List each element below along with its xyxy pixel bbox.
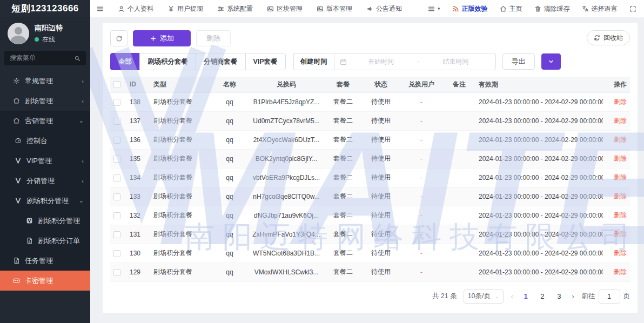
- topbar-menu-item[interactable]: 用户提现: [167, 4, 203, 14]
- goto-page-input[interactable]: [599, 290, 620, 304]
- more-actions-button[interactable]: [541, 53, 561, 70]
- tab-distributor-plan[interactable]: 分销商套餐: [196, 53, 246, 70]
- row-checkbox[interactable]: [113, 193, 120, 200]
- cell-user: -: [400, 111, 443, 130]
- calendar-icon: [340, 58, 347, 65]
- clear-cache-button[interactable]: 清除缓存: [534, 4, 570, 14]
- user-avatar[interactable]: [8, 23, 29, 44]
- next-page-button[interactable]: ›: [571, 293, 575, 300]
- page-number-1[interactable]: 1: [521, 293, 531, 300]
- cell-validity: 2024-01-23 00:00:00 - 2024-02-29 00:00:0…: [475, 244, 603, 263]
- refresh-button[interactable]: [110, 30, 128, 46]
- row-checkbox[interactable]: [113, 231, 120, 238]
- delete-row-link[interactable]: 删除: [614, 154, 627, 162]
- app-logo: 短剧123123666: [0, 0, 90, 17]
- export-button[interactable]: 导出: [502, 53, 535, 70]
- sidebar-item-console[interactable]: 控制台: [0, 131, 90, 151]
- date-range-input[interactable]: 开始时间 - 结束时间: [334, 53, 496, 70]
- cell-user: -: [400, 244, 443, 263]
- language-select-button[interactable]: 选择语言: [582, 4, 618, 14]
- content-card: 回收站 添加 删除 全部 剧场积分套餐 分销商套餐 VIP套餐 创建时间 开始时…: [103, 23, 638, 313]
- sidebar-menu: 常规管理‹ 剧场管理‹ 营销管理⌄ 控制台 VIP管理‹ 分销管理‹ 剧场积分管…: [0, 71, 90, 291]
- topbar-dropdown-button[interactable]: ▾: [428, 5, 440, 12]
- delete-row-link[interactable]: 删除: [614, 249, 627, 257]
- sidebar-item-marketing[interactable]: 营销管理⌄: [0, 111, 90, 131]
- sidebar-item-theater-points[interactable]: 剧场积分管理⌄: [0, 191, 90, 211]
- online-dot: [35, 37, 39, 42]
- sidebar-item-points-orders[interactable]: 剧场积分订单: [0, 231, 90, 251]
- table-row: 136 剧场积分套餐 qq 2t4XOyecWak6DUzT... 套餐二 待使…: [110, 130, 630, 149]
- delete-row-link[interactable]: 删除: [614, 98, 627, 105]
- add-button[interactable]: 添加: [133, 30, 191, 46]
- row-checkbox[interactable]: [113, 269, 120, 276]
- sidebar-item-general[interactable]: 常规管理‹: [0, 71, 90, 91]
- delete-row-link[interactable]: 删除: [614, 192, 627, 200]
- cell-plan: 套餐二: [324, 130, 362, 149]
- prev-page-button[interactable]: ‹: [510, 293, 514, 300]
- cell-code: VMoxlWXHLSCwkl3...: [249, 263, 324, 281]
- cell-validity: 2024-01-23 00:00:00 - 2024-02-29 00:00:0…: [475, 111, 603, 130]
- cell-status: 待使用: [362, 168, 400, 187]
- page-number-2[interactable]: 2: [538, 293, 548, 300]
- sidebar-item-vip[interactable]: VIP管理‹: [0, 151, 90, 171]
- cell-code: BOK2yntq0plc8GjlY...: [249, 149, 324, 168]
- table-row: 131 剧场积分套餐 qq ZxHvmPFaVo1Y3rQ4... 套餐二 待使…: [110, 225, 630, 244]
- delete-row-link[interactable]: 删除: [614, 136, 627, 143]
- row-checkbox[interactable]: [113, 250, 120, 257]
- sidebar-item-tasks[interactable]: 任务管理: [0, 251, 90, 271]
- col-name: 名称: [211, 77, 249, 92]
- page-number-3[interactable]: 3: [554, 293, 565, 300]
- topbar-menu-item[interactable]: 系统配置: [217, 4, 253, 14]
- page-size-select[interactable]: 10条/页⌄: [464, 290, 504, 304]
- tab-theater-points-plan[interactable]: 剧场积分套餐: [139, 53, 196, 70]
- row-checkbox[interactable]: [113, 118, 120, 125]
- sidebar-item-theater[interactable]: 剧场管理‹: [0, 91, 90, 111]
- topbar-item-icon: [217, 5, 224, 12]
- genuine-verify-link[interactable]: 正版效验: [452, 4, 488, 14]
- delete-row-link[interactable]: 删除: [614, 230, 627, 238]
- v-icon: [15, 157, 22, 164]
- delete-row-link[interactable]: 删除: [614, 268, 627, 275]
- chevron-down-icon: ⌄: [79, 197, 84, 204]
- row-checkbox[interactable]: [113, 212, 120, 219]
- tab-all[interactable]: 全部: [110, 53, 140, 70]
- row-checkbox[interactable]: [113, 137, 120, 144]
- delete-row-link[interactable]: 删除: [614, 117, 627, 124]
- chevron-down-icon: [548, 58, 554, 65]
- sidebar-item-distribution[interactable]: 分销管理‹: [0, 171, 90, 191]
- sidebar-item-points-manage[interactable]: 剧场积分管理: [0, 211, 90, 231]
- cell-status: 待使用: [362, 130, 400, 149]
- recycle-bin-button[interactable]: 回收站: [587, 30, 630, 45]
- main-content: 回收站 添加 删除 全部 剧场积分套餐 分销商套餐 VIP套餐 创建时间 开始时…: [90, 17, 644, 323]
- row-checkbox[interactable]: [113, 99, 120, 106]
- tab-vip-plan[interactable]: VIP套餐: [245, 53, 286, 70]
- cell-code: nH7gcoi3qe8ClTQ0w...: [249, 187, 324, 206]
- cell-id: 134: [126, 168, 150, 187]
- topbar-menu-item[interactable]: 个人资料: [118, 4, 153, 14]
- sidebar-collapse-button[interactable]: [97, 5, 104, 12]
- cell-plan: 套餐二: [324, 206, 362, 225]
- select-all-checkbox[interactable]: [113, 81, 120, 88]
- expand-icon: [629, 5, 636, 12]
- cell-validity: 2024-01-23 00:00:00 - 2024-02-29 00:00:0…: [475, 149, 603, 168]
- topbar-menu-item[interactable]: 版本管理: [317, 4, 352, 14]
- cell-remark: [443, 168, 475, 187]
- fullscreen-button[interactable]: [629, 5, 636, 12]
- delete-button[interactable]: 删除: [196, 30, 231, 46]
- pagination: 共 21 条 10条/页⌄ ‹ 1 2 3 › 前往 页: [110, 290, 630, 304]
- topbar-menu-item[interactable]: 区块管理: [267, 4, 303, 14]
- row-checkbox[interactable]: [113, 156, 120, 163]
- col-status: 状态: [362, 77, 400, 92]
- sidebar-item-card-keys[interactable]: 卡密管理: [0, 271, 90, 291]
- cell-status: 待使用: [362, 225, 400, 244]
- cell-type: 剧场积分套餐: [150, 187, 211, 206]
- delete-row-link[interactable]: 删除: [614, 211, 627, 219]
- menu-search-input[interactable]: 搜索菜单: [4, 51, 86, 65]
- row-checkbox[interactable]: [113, 174, 120, 181]
- table-row: 134 剧场积分套餐 qq vbtVoERa9PkcgDJLs... 套餐二 待…: [110, 168, 630, 187]
- homepage-link[interactable]: 主页: [500, 4, 522, 14]
- cell-remark: [443, 206, 475, 225]
- delete-row-link[interactable]: 删除: [614, 173, 627, 181]
- refresh-icon: [116, 35, 123, 42]
- topbar-menu-item[interactable]: 公告通知: [366, 4, 402, 14]
